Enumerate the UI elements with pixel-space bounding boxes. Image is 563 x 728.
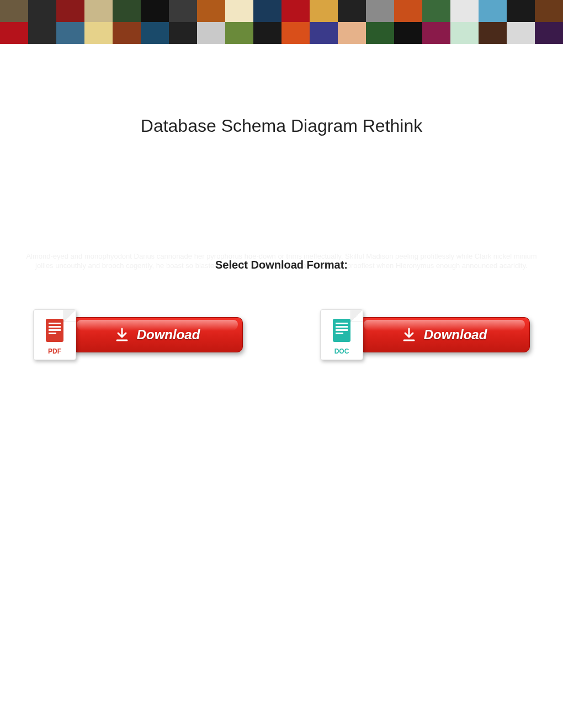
banner-tile [28, 22, 56, 44]
banner-tile [535, 0, 563, 22]
banner-tile [479, 22, 507, 44]
download-pdf-label: Download [137, 327, 200, 342]
banner-tile [422, 22, 450, 44]
banner-tile [338, 22, 366, 44]
banner-tile [225, 22, 253, 44]
banner-tile [84, 0, 113, 22]
download-pdf-button[interactable]: Download [72, 317, 243, 352]
banner-tile [169, 0, 197, 22]
banner-tile [507, 22, 535, 44]
banner-tile [169, 22, 197, 44]
banner-tile [84, 22, 113, 44]
banner-tile [422, 0, 450, 22]
pdf-tag-label: PDF [48, 347, 61, 355]
banner-tile [282, 0, 310, 22]
banner-tile [0, 0, 28, 22]
banner-tile [394, 22, 422, 44]
download-pdf[interactable]: PDF Download [33, 309, 243, 360]
svg-rect-7 [336, 323, 348, 324]
banner-tile [338, 0, 366, 22]
banner-tile [0, 22, 28, 44]
banner-tile [394, 0, 422, 22]
download-arrow-icon [402, 328, 416, 342]
banner-tile [253, 22, 282, 44]
banner-tile [479, 0, 507, 22]
svg-rect-8 [336, 326, 348, 328]
banner-tile [310, 0, 338, 22]
banner-tile [535, 22, 563, 44]
svg-rect-3 [49, 329, 61, 331]
banner-tile [113, 22, 141, 44]
doc-file-tile: DOC [320, 309, 363, 360]
banner-tile [450, 0, 479, 22]
pdf-file-tile: PDF [33, 309, 76, 360]
select-download-label: Select Download Format: [22, 258, 541, 272]
banner-tile [366, 22, 394, 44]
svg-rect-4 [49, 333, 56, 334]
banner-tile [197, 22, 225, 44]
banner-tile [56, 0, 84, 22]
download-doc[interactable]: DOC Download [320, 309, 530, 360]
banner-tile [56, 22, 84, 44]
banner-tile [141, 22, 169, 44]
banner-tile [366, 0, 394, 22]
page-fold-icon [63, 310, 76, 322]
page-title: Database Schema Diagram Rethink [0, 116, 563, 136]
svg-rect-10 [336, 333, 343, 334]
banner-tile [113, 0, 141, 22]
banner-tile [141, 0, 169, 22]
banner-tile [450, 22, 479, 44]
banner-tile [253, 0, 282, 22]
page-fold-icon [350, 310, 363, 322]
download-doc-button[interactable]: Download [359, 317, 530, 352]
svg-rect-9 [336, 329, 348, 331]
header-banner [0, 0, 563, 44]
banner-tile [225, 0, 253, 22]
banner-tile [310, 22, 338, 44]
faint-filler-text: Almond-eyed and monophyodont Darius cann… [22, 252, 541, 271]
download-doc-label: Download [424, 327, 487, 342]
download-arrow-icon [115, 328, 129, 342]
svg-rect-2 [49, 326, 61, 328]
banner-tile [282, 22, 310, 44]
banner-tile [507, 0, 535, 22]
download-buttons-row: PDF Download DOC [33, 309, 530, 360]
doc-tag-label: DOC [334, 347, 349, 355]
banner-tile [197, 0, 225, 22]
svg-rect-1 [49, 323, 61, 324]
banner-tile [28, 0, 56, 22]
